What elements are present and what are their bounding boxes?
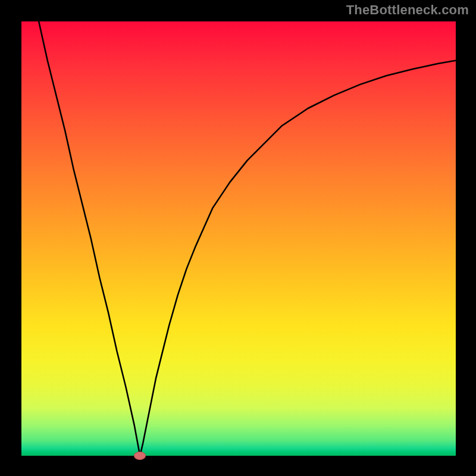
watermark-text: TheBottleneck.com [346, 2, 469, 18]
optimal-point-marker [134, 452, 146, 460]
curve-layer [21, 21, 456, 456]
plot-area [21, 21, 456, 456]
bottleneck-curve [39, 21, 456, 456]
chart-frame: TheBottleneck.com [0, 0, 476, 476]
